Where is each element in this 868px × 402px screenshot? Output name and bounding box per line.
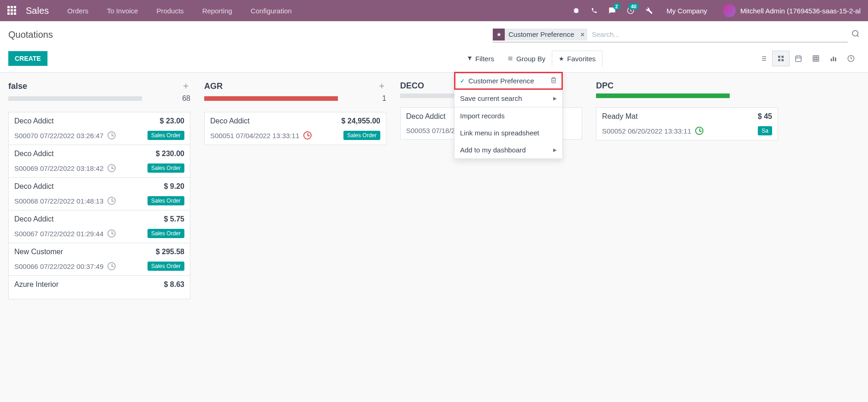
column-count: 68 [182, 94, 190, 103]
card-reference: S00052 06/20/2022 13:33:11 [602, 127, 691, 135]
status-badge: Sales Order [148, 196, 184, 205]
pivot-view-icon[interactable] [807, 51, 825, 66]
card-reference: S00069 07/22/2022 03:18:42 [14, 164, 104, 172]
add-card-icon[interactable]: + [183, 81, 189, 92]
kanban-card[interactable]: Deco Addict$ 23.00S00070 07/22/2022 03:2… [8, 112, 190, 145]
svg-rect-24 [831, 58, 832, 61]
app-name[interactable]: Sales [26, 6, 49, 16]
kanban-card[interactable]: New Customer$ 295.58S00066 07/22/2022 00… [8, 243, 190, 276]
column-title[interactable]: AGR [204, 82, 223, 91]
kanban-card[interactable]: Deco Addict$ 5.75S00067 07/22/2022 01:29… [8, 210, 190, 243]
page-title: Quotations [8, 29, 53, 40]
progress-bar [8, 96, 142, 101]
username[interactable]: Mitchell Admin (17694536-saas-15-2-al [740, 7, 861, 15]
nav-reporting[interactable]: Reporting [202, 7, 232, 15]
link-menu-spreadsheet[interactable]: Link menu in spreadsheet [455, 124, 562, 141]
facet-label: Customer Preference [505, 29, 578, 41]
search-facet: ★ [493, 29, 505, 41]
activities-icon[interactable]: 40 [627, 7, 634, 14]
card-amount: $ 295.58 [156, 248, 184, 256]
clock-icon [107, 197, 116, 205]
search-bar[interactable]: ★ Customer Preference × [493, 27, 848, 42]
graph-view-icon[interactable] [825, 51, 842, 66]
messages-icon[interactable]: 2 [608, 7, 616, 14]
company-selector[interactable]: My Company [667, 7, 707, 15]
kanban-card[interactable]: Ready Mat$ 45S00052 06/20/2022 13:33:11S… [596, 107, 778, 140]
user-avatar[interactable] [723, 4, 736, 17]
card-amount: $ 24,955.00 [341, 117, 380, 125]
trash-icon[interactable] [550, 77, 557, 85]
group-by-button[interactable]: Group By [501, 51, 552, 66]
clock-icon [695, 127, 703, 135]
column-count: 1 [382, 94, 386, 103]
card-amount: $ 230.00 [156, 150, 184, 158]
save-current-search[interactable]: Save current search ▶ [455, 90, 562, 107]
create-button[interactable]: CREATE [8, 51, 47, 66]
facet-remove[interactable]: × [578, 29, 587, 41]
nav-orders[interactable]: Orders [67, 7, 89, 15]
chevron-right-icon: ▶ [553, 147, 557, 152]
card-customer: Deco Addict [14, 117, 53, 125]
check-icon: ✓ [460, 78, 465, 84]
search-input[interactable] [587, 30, 848, 38]
chevron-right-icon: ▶ [553, 96, 557, 101]
kanban-card[interactable]: Azure Interior$ 8.63 [8, 275, 190, 299]
kanban-card[interactable]: Deco Addict$ 230.00S00069 07/22/2022 03:… [8, 145, 190, 178]
kanban-view-icon[interactable] [772, 51, 790, 66]
card-customer: Deco Addict [406, 112, 445, 121]
svg-rect-12 [781, 56, 784, 58]
star-icon: ★ [559, 55, 564, 62]
card-reference: S00067 07/22/2022 01:29:44 [14, 230, 104, 238]
svg-rect-19 [813, 56, 819, 61]
add-card-icon[interactable]: + [379, 81, 384, 92]
favorites-dropdown: ✓ Customer Preference Save current searc… [454, 72, 563, 159]
card-customer: Deco Addict [14, 150, 53, 158]
svg-rect-26 [835, 58, 836, 61]
column-title[interactable]: false [8, 82, 27, 91]
kanban-card[interactable]: Deco Addict$ 24,955.00S00051 07/04/2022 … [204, 112, 386, 145]
card-customer: New Customer [14, 248, 63, 256]
control-panel: Quotations ★ Customer Preference × CREAT… [0, 21, 868, 73]
link-menu-label: Link menu in spreadsheet [460, 129, 539, 137]
search-icon[interactable] [851, 29, 860, 40]
debug-icon[interactable] [573, 7, 580, 14]
card-customer: Deco Addict [210, 117, 249, 125]
card-customer: Ready Mat [602, 112, 638, 121]
clock-icon [107, 131, 116, 140]
status-badge: Sales Order [148, 163, 184, 173]
favorite-label: Customer Preference [468, 77, 534, 85]
progress-bar [204, 96, 338, 101]
svg-rect-11 [778, 56, 780, 58]
column-title[interactable]: DPC [596, 81, 614, 91]
kanban-column: AGR+1Deco Addict$ 24,955.00S00051 07/04/… [204, 81, 386, 145]
import-records[interactable]: Import records [455, 107, 562, 124]
favorites-button[interactable]: ★ Favorites [552, 51, 602, 67]
filters-button[interactable]: Filters [461, 51, 501, 66]
svg-rect-13 [778, 59, 780, 61]
nav-to-invoice[interactable]: To Invoice [107, 7, 138, 15]
card-customer: Deco Addict [14, 182, 53, 191]
card-amount: $ 23.00 [160, 117, 184, 125]
nav-products[interactable]: Products [156, 7, 183, 15]
card-amount: $ 45 [758, 112, 772, 121]
filters-label: Filters [475, 55, 494, 63]
tools-icon[interactable] [645, 7, 653, 14]
progress-bar [596, 93, 730, 98]
card-reference: S00066 07/22/2022 00:37:49 [14, 262, 104, 270]
status-badge: Sa [758, 126, 772, 135]
save-search-label: Save current search [460, 94, 522, 102]
nav-configuration[interactable]: Configuration [251, 7, 292, 15]
phone-icon[interactable] [591, 7, 597, 14]
calendar-view-icon[interactable] [790, 51, 807, 66]
list-view-icon[interactable] [755, 51, 772, 66]
activity-view-icon[interactable] [842, 51, 860, 66]
add-to-dashboard[interactable]: Add to my dashboard ▶ [455, 141, 562, 158]
favorite-customer-preference[interactable]: ✓ Customer Preference [455, 72, 562, 89]
column-title[interactable]: DECO [400, 81, 424, 91]
card-amount: $ 8.63 [164, 280, 184, 289]
card-reference: S00051 07/04/2022 13:33:11 [210, 132, 300, 140]
svg-point-1 [852, 30, 858, 36]
kanban-card[interactable]: Deco Addict$ 9.20S00068 07/22/2022 01:48… [8, 177, 190, 210]
view-switcher [755, 51, 860, 66]
apps-icon[interactable] [7, 6, 17, 15]
